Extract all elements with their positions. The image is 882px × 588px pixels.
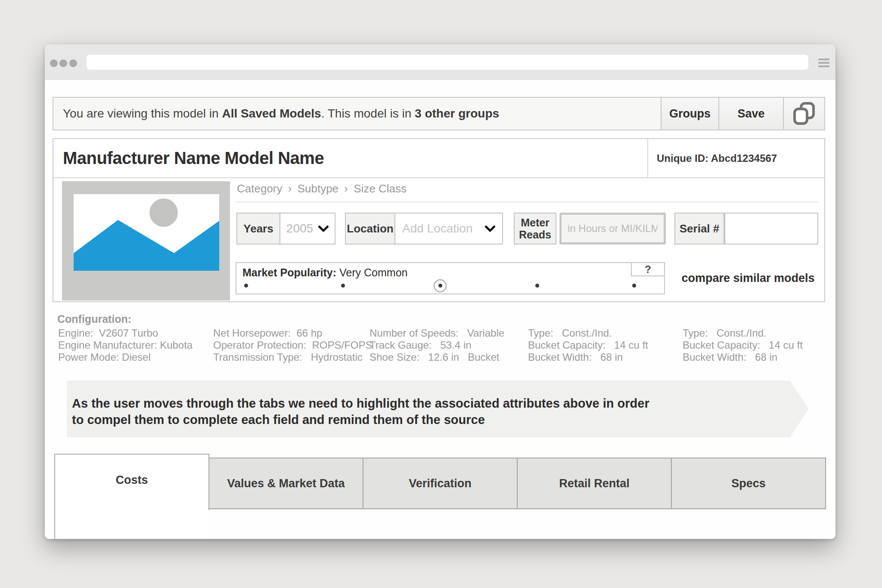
address-bar-input[interactable] <box>87 55 808 70</box>
spec-line: Number of Speeds: Variable <box>370 327 504 339</box>
alert-group-name: All Saved Models <box>222 107 321 121</box>
spec-line: Type: Const./Ind. <box>683 327 803 339</box>
years-label: Years <box>236 213 280 244</box>
breadcrumb-item[interactable]: Category <box>237 182 283 195</box>
popularity-dot[interactable] <box>244 284 248 288</box>
annotation-arrow-banner: As the user moves through the tabs we ne… <box>67 381 809 437</box>
meter-reads-label: Meter Reads <box>514 213 556 244</box>
alert-groups-count: 3 other groups <box>415 107 499 121</box>
tab-values-market-data[interactable]: Values & Market Data <box>209 458 363 508</box>
popularity-dot[interactable] <box>341 284 345 288</box>
breadcrumb-separator: › <box>344 182 348 195</box>
alert-text: You are viewing this model in All Saved … <box>53 98 661 130</box>
spec-line: Transmission Type: Hydrostatic <box>213 351 372 363</box>
popularity-value: Very Common <box>339 266 407 279</box>
popularity-dot[interactable] <box>535 284 539 288</box>
spec-line: Bucket Capacity: 14 cu ft <box>528 339 648 351</box>
tab-label: Costs <box>55 473 208 487</box>
location-placeholder: Add Location <box>402 222 472 235</box>
spec-line: Engine: V2607 Turbo <box>58 327 193 339</box>
spec-line: Track Gauge: 53.4 in <box>370 339 504 351</box>
spec-line: Engine Manufacturer: Kubota <box>58 339 193 351</box>
breadcrumb-separator: › <box>288 182 292 195</box>
popularity-dot[interactable] <box>632 284 636 288</box>
spec-line: Shoe Size: 12.6 in Bucket <box>370 351 504 363</box>
annotation-text: As the user moves through the tabs we ne… <box>72 395 662 428</box>
spec-line: Bucket Width: 68 in <box>528 351 648 363</box>
browser-window: You are viewing this model in All Saved … <box>45 44 835 539</box>
tab-costs[interactable]: Costs <box>54 454 208 539</box>
window-dot-icon[interactable] <box>50 59 58 67</box>
chevron-down-icon <box>318 226 329 232</box>
spec-line: Net Horsepower: 66 hp <box>213 327 372 339</box>
model-card: Manufacturer Name Model Name Unique ID: … <box>53 138 825 302</box>
spec-line: Bucket Width: 68 in <box>683 351 803 363</box>
alert-prefix: You are viewing this model in <box>63 107 222 121</box>
configuration-heading: Configuration: <box>57 313 131 325</box>
configuration-column: Type: Const./Ind. Bucket Capacity: 14 cu… <box>683 327 803 363</box>
tab-bar: Values & Market Data Verification Retail… <box>209 458 826 509</box>
configuration-column: Engine: V2607 Turbo Engine Manufacturer:… <box>58 327 193 363</box>
years-select[interactable]: 2005 <box>280 213 335 244</box>
location-label: Location <box>345 213 395 244</box>
saved-models-alert-bar: You are viewing this model in All Saved … <box>53 97 825 130</box>
model-image-placeholder[interactable] <box>62 181 230 300</box>
popularity-dot[interactable] <box>438 284 442 288</box>
spec-line: Type: Const./Ind. <box>528 327 648 339</box>
page-content: You are viewing this model in All Saved … <box>45 80 835 539</box>
window-dot-icon[interactable] <box>59 59 67 67</box>
meter-reads-input[interactable] <box>559 213 666 244</box>
years-value: 2005 <box>286 222 313 235</box>
breadcrumb-item[interactable]: Size Class <box>354 182 407 195</box>
compare-similar-models-link[interactable]: compare similar models <box>669 262 827 294</box>
tab-verification[interactable]: Verification <box>363 458 517 508</box>
market-popularity-box: Market Popularity: Very Common ? <box>236 262 665 294</box>
popularity-label-bold: Market Popularity: <box>242 266 336 279</box>
divider <box>236 201 818 202</box>
divider <box>208 454 209 510</box>
tab-retail-rental[interactable]: Retail Rental <box>517 458 671 508</box>
configuration-column: Net Horsepower: 66 hp Operator Protectio… <box>213 327 372 363</box>
copy-icon <box>792 102 816 126</box>
location-select[interactable]: Add Location <box>395 213 503 244</box>
popularity-scale <box>236 279 664 292</box>
image-placeholder-icon <box>74 194 219 271</box>
breadcrumb-item[interactable]: Subtype <box>298 182 339 195</box>
alert-middle: . This model is in <box>321 107 415 121</box>
groups-button[interactable]: Groups <box>661 98 718 130</box>
unique-id: Unique ID: Abcd1234567 <box>647 139 824 177</box>
breadcrumb: Category › Subtype › Size Class <box>237 182 409 195</box>
configuration-column: Number of Speeds: Variable Track Gauge: … <box>370 327 504 363</box>
configuration-column: Type: Const./Ind. Bucket Capacity: 14 cu… <box>528 327 648 363</box>
page-title: Manufacturer Name Model Name <box>53 139 647 177</box>
serial-label: Serial # <box>674 213 724 244</box>
market-popularity-label: Market Popularity: Very Common <box>242 266 407 279</box>
browser-chrome <box>45 44 835 80</box>
save-button[interactable]: Save <box>718 98 783 130</box>
spec-line: Power Mode: Diesel <box>58 351 193 363</box>
chevron-down-icon <box>485 226 495 232</box>
serial-input[interactable] <box>724 213 818 244</box>
model-title-row: Manufacturer Name Model Name Unique ID: … <box>53 139 824 178</box>
duplicate-model-button[interactable] <box>783 98 824 130</box>
window-dot-icon[interactable] <box>69 59 77 67</box>
tab-specs[interactable]: Specs <box>671 458 825 508</box>
spec-line: Bucket Capacity: 14 cu ft <box>683 339 803 351</box>
hamburger-menu-icon[interactable] <box>818 59 829 69</box>
spec-line: Operator Protection: ROPS/FOPS <box>213 339 372 351</box>
help-button[interactable]: ? <box>631 262 665 276</box>
